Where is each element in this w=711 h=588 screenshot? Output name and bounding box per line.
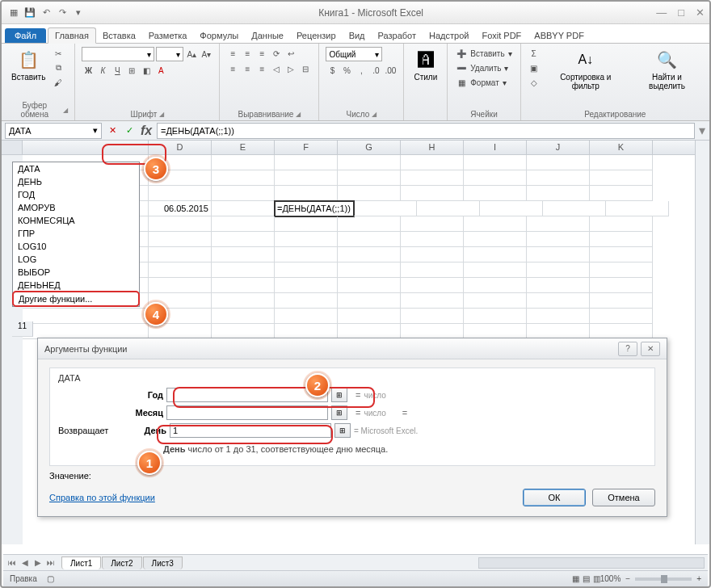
find-select-button[interactable]: 🔍 Найти и выделить	[631, 47, 703, 92]
tab-formulas[interactable]: Формулы	[193, 28, 245, 43]
fx-icon[interactable]: fx	[139, 124, 154, 138]
dialog-help-button[interactable]: ?	[618, 342, 637, 356]
fn-item[interactable]: ДАТА	[13, 162, 139, 175]
wrap-text-icon[interactable]: ↩	[284, 47, 297, 60]
number-format-select[interactable]: Общий▾	[326, 47, 382, 61]
range-selector-icon[interactable]: ⊞	[331, 405, 347, 420]
maximize-button[interactable]: □	[678, 6, 684, 19]
fn-item[interactable]: ВЫБОР	[13, 266, 139, 279]
autosum-icon[interactable]: Σ	[528, 47, 541, 60]
tab-data[interactable]: Данные	[245, 28, 290, 43]
percent-icon[interactable]: %	[340, 64, 353, 77]
col-header[interactable]: G	[338, 141, 401, 154]
align-center-icon[interactable]: ≡	[241, 62, 254, 75]
save-icon[interactable]: 💾	[23, 6, 37, 20]
redo-icon[interactable]: ↷	[55, 6, 69, 20]
fn-item[interactable]: ГПР	[13, 227, 139, 240]
dialog-launcher-icon[interactable]: ◢	[63, 107, 68, 114]
tab-developer[interactable]: Разработ	[372, 28, 423, 43]
dialog-launcher-icon[interactable]: ◢	[159, 111, 164, 118]
fn-item[interactable]: КОНМЕСЯЦА	[13, 214, 139, 227]
dialog-close-button[interactable]: ✕	[641, 342, 660, 356]
tab-review[interactable]: Рецензир	[290, 28, 343, 43]
fn-item[interactable]: LOG	[13, 253, 139, 266]
fill-color-icon[interactable]: ◧	[140, 64, 153, 77]
fn-item[interactable]: ДЕНЬНЕД	[13, 279, 139, 292]
sort-filter-button[interactable]: A↓ Сортировка и фильтр	[544, 47, 628, 92]
tab-view[interactable]: Вид	[343, 28, 372, 43]
vertical-scrollbar[interactable]	[695, 141, 709, 544]
range-selector-icon[interactable]: ⊞	[334, 423, 351, 438]
format-painter-icon[interactable]: 🖌	[52, 76, 65, 89]
row-header[interactable]: 11	[12, 321, 33, 337]
decrease-indent-icon[interactable]: ◁	[270, 62, 283, 75]
dialog-launcher-icon[interactable]: ◢	[296, 111, 301, 118]
select-all-corner[interactable]	[2, 141, 23, 155]
tab-abbyy[interactable]: ABBYY PDF	[528, 28, 591, 43]
col-header[interactable]: F	[275, 141, 338, 154]
tab-foxit[interactable]: Foxit PDF	[475, 28, 528, 43]
merge-icon[interactable]: ⊟	[299, 62, 312, 75]
col-header[interactable]: H	[401, 141, 464, 154]
expand-formula-icon[interactable]: ▾	[695, 123, 709, 138]
paste-button[interactable]: 📋 Вставить	[8, 47, 48, 83]
increase-decimal-icon[interactable]: .0	[369, 64, 382, 77]
sheet-tab[interactable]: Лист1	[61, 556, 101, 569]
decrease-font-icon[interactable]: A▾	[200, 48, 212, 61]
view-normal-icon[interactable]: ▦	[572, 574, 579, 583]
tab-file[interactable]: Файл	[5, 28, 46, 43]
font-color-icon[interactable]: A	[154, 64, 167, 77]
col-header[interactable]: I	[464, 141, 527, 154]
font-size-select[interactable]: ▾	[156, 47, 183, 61]
col-header[interactable]: J	[527, 141, 590, 154]
dialog-launcher-icon[interactable]: ◢	[372, 111, 377, 118]
range-selector-icon[interactable]: ⊞	[331, 388, 347, 402]
prev-sheet-icon[interactable]: ◀	[19, 558, 31, 567]
zoom-level[interactable]: 100%	[600, 574, 621, 583]
border-icon[interactable]: ⊞	[125, 64, 138, 77]
zoom-in-icon[interactable]: +	[696, 574, 701, 583]
tab-layout[interactable]: Разметка	[142, 28, 194, 43]
dialog-titlebar[interactable]: Аргументы функции ? ✕	[38, 338, 667, 359]
ok-button[interactable]: ОК	[523, 489, 586, 506]
decrease-decimal-icon[interactable]: .00	[384, 64, 397, 77]
name-box[interactable]: ДАТА ▾	[5, 123, 102, 139]
increase-indent-icon[interactable]: ▷	[284, 62, 297, 75]
italic-button[interactable]: К	[96, 64, 109, 77]
tab-home[interactable]: Главная	[48, 27, 96, 44]
sheet-tab[interactable]: Лист2	[102, 556, 141, 569]
function-name-dropdown[interactable]: ДАТА ДЕНЬ ГОД АМОРУВ КОНМЕСЯЦА ГПР LOG10…	[12, 162, 140, 307]
tab-insert[interactable]: Вставка	[96, 28, 142, 43]
col-header-hidden[interactable]	[23, 141, 149, 154]
format-cells-button[interactable]: ▦Формат▾	[454, 76, 508, 89]
last-sheet-icon[interactable]: ⏭	[45, 558, 57, 567]
fn-other-functions[interactable]: Другие функции...	[12, 291, 140, 307]
align-top-icon[interactable]: ≡	[226, 47, 239, 60]
insert-cells-button[interactable]: ➕Вставить▾	[454, 47, 513, 60]
delete-cells-button[interactable]: ➖Удалить▾	[454, 61, 510, 74]
view-layout-icon[interactable]: ▤	[583, 574, 590, 583]
align-left-icon[interactable]: ≡	[226, 62, 239, 75]
cut-icon[interactable]: ✂	[52, 47, 65, 60]
tab-addins[interactable]: Надстрой	[423, 28, 475, 43]
align-right-icon[interactable]: ≡	[255, 62, 268, 75]
view-pagebreak-icon[interactable]: ▥	[593, 574, 600, 583]
day-input[interactable]	[170, 423, 331, 438]
currency-icon[interactable]: $	[326, 64, 339, 77]
cell-f4-active[interactable]: =ДЕНЬ(ДАТА(;;1))	[275, 201, 354, 216]
fn-item[interactable]: ДЕНЬ	[13, 175, 139, 188]
col-header[interactable]: K	[590, 141, 653, 154]
month-input[interactable]	[166, 405, 328, 420]
sheet-tab[interactable]: Лист3	[143, 556, 183, 569]
orientation-icon[interactable]: ⟳	[270, 47, 283, 60]
fn-item[interactable]: LOG10	[13, 240, 139, 253]
cancel-formula-icon[interactable]: ✕	[105, 124, 120, 138]
align-middle-icon[interactable]: ≡	[241, 47, 254, 60]
minimize-button[interactable]: ―	[656, 6, 667, 19]
clear-icon[interactable]: ◇	[528, 76, 541, 89]
fill-icon[interactable]: ▣	[528, 61, 541, 74]
cancel-button[interactable]: Отмена	[592, 489, 655, 506]
qat-dropdown-icon[interactable]: ▾	[71, 6, 86, 20]
styles-button[interactable]: 🅰 Стили	[410, 47, 440, 83]
col-header[interactable]: E	[212, 141, 275, 154]
